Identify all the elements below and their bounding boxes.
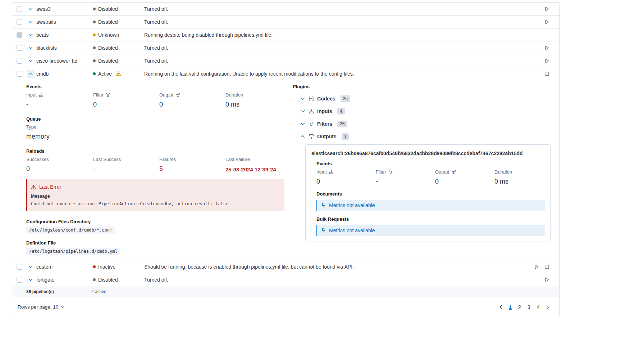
status-message: Running despite being disabled through p… — [144, 32, 550, 38]
health-dot — [93, 21, 96, 23]
last-success-label: Last Success — [93, 157, 159, 162]
events-section-title: Events — [26, 84, 284, 89]
last-failure-value: 25-03-2024 12:39:24 — [225, 166, 284, 172]
health-dot — [93, 265, 96, 268]
collapse-row-button[interactable] — [27, 70, 35, 78]
chevron-down-icon — [300, 96, 306, 102]
health-dot — [93, 8, 96, 10]
codecs-expand-button[interactable] — [300, 96, 306, 102]
expand-row-button[interactable] — [27, 57, 35, 65]
health-dot — [93, 278, 96, 281]
documents-metrics-callout: Metrics not available — [316, 200, 545, 211]
row-checkbox[interactable] — [17, 19, 22, 25]
row-checkbox[interactable] — [17, 277, 22, 283]
status-badge: Inactive — [93, 264, 144, 270]
output-plugin-id: elasticsearch:26b0e6a876caf00d546f26832d… — [311, 151, 545, 156]
chevron-left-icon — [498, 304, 504, 310]
chevron-down-icon — [28, 6, 33, 12]
status-label: Disabled — [98, 19, 118, 25]
chevron-right-icon — [545, 304, 551, 310]
chevron-down-icon — [300, 121, 306, 127]
chevron-down-icon — [28, 277, 33, 283]
filters-label: Filters — [317, 121, 332, 127]
row-checkbox[interactable] — [17, 71, 22, 77]
bulk-requests-metrics-callout: Metrics not available — [316, 225, 545, 236]
last-error-callout: Last Error Message Could not execute act… — [26, 179, 284, 211]
page-button-2[interactable]: 2 — [516, 303, 524, 311]
stop-pipeline-icon[interactable] — [544, 71, 550, 77]
table-summary-row: 39 pipeline(s) 2 active — [12, 286, 559, 297]
previous-page-button[interactable] — [497, 303, 505, 311]
start-pipeline-icon[interactable] — [544, 19, 550, 25]
pagination-controls: 1 2 3 4 — [497, 303, 552, 311]
filters-expand-button[interactable] — [300, 121, 306, 127]
pipeline-name: cmdb — [36, 71, 93, 77]
pipeline-name: beats — [36, 32, 93, 38]
status-badge: Disabled — [93, 6, 144, 12]
rows-per-page-button[interactable]: Rows per page: 10 — [18, 304, 65, 310]
status-label: Inactive — [98, 264, 115, 270]
table-row: awstrails Disabled Turned off. — [12, 15, 559, 28]
error-message-label: Message — [31, 194, 279, 199]
rows-after: custom Inactive Should be running, becau… — [12, 260, 559, 286]
chevron-up-icon — [28, 71, 33, 77]
table-row: cisco-firepower-ftd Disabled Turned off. — [12, 54, 559, 67]
start-pipeline-icon[interactable] — [544, 277, 550, 283]
page-button-4[interactable]: 4 — [534, 303, 542, 311]
codecs-count-badge: 25 — [341, 95, 350, 102]
es-filter-value: - — [376, 178, 435, 185]
expand-row-button[interactable] — [27, 5, 35, 13]
row-checkbox[interactable] — [17, 32, 22, 38]
error-message-text: Could not execute action: PipelineAction… — [31, 201, 279, 206]
last-success-value: - — [93, 165, 159, 173]
logstash-output-icon — [451, 169, 456, 175]
status-label: Disabled — [98, 58, 118, 64]
status-badge: Disabled — [93, 45, 144, 51]
alert-icon — [31, 184, 36, 190]
stop-pipeline-icon[interactable] — [544, 264, 550, 270]
row-checkbox[interactable] — [17, 6, 22, 12]
pagination-row: Rows per page: 10 1 2 3 4 — [12, 297, 559, 317]
start-pipeline-icon[interactable] — [544, 6, 550, 12]
expand-row-button[interactable] — [27, 263, 35, 271]
row-checkbox[interactable] — [17, 264, 22, 270]
input-metric-value: - — [26, 101, 93, 108]
duration-metric-label: Duration — [225, 92, 284, 98]
definition-file-title: Defintion File — [26, 240, 284, 246]
row-checkbox[interactable] — [17, 58, 22, 64]
page-button-1[interactable]: 1 — [506, 303, 514, 311]
plugin-group-filters: Filters 26 — [300, 117, 551, 130]
expand-row-button[interactable] — [27, 44, 35, 52]
logstash-filter-icon — [309, 121, 314, 127]
expand-row-button[interactable] — [27, 18, 35, 26]
plugins-section-title: Plugins — [293, 84, 551, 89]
es-input-label: Input — [316, 169, 376, 175]
outputs-collapse-button[interactable] — [300, 134, 306, 139]
table-row: fortigate Disabled Turned off. — [12, 273, 559, 286]
table-row: custom Inactive Should be running, becau… — [12, 260, 559, 273]
definition-file-path: /etc/logstash/pipelines.d/cmdb.yml — [26, 248, 120, 255]
page-button-3[interactable]: 3 — [525, 303, 533, 311]
next-page-button[interactable] — [544, 303, 552, 311]
start-pipeline-icon[interactable] — [534, 264, 539, 270]
pipeline-name: fortigate — [36, 277, 93, 283]
chevron-up-icon — [300, 134, 306, 139]
expand-row-button[interactable] — [27, 276, 35, 284]
outputs-label: Outputs — [317, 134, 337, 139]
logstash-input-icon — [38, 92, 44, 98]
pipeline-name: cisco-firepower-ftd — [36, 58, 93, 64]
inputs-count-badge: 4 — [337, 108, 345, 115]
bulk-callout-text: Metrics not available — [329, 228, 375, 233]
start-pipeline-icon[interactable] — [544, 45, 550, 51]
filter-metric-value: 0 — [93, 101, 159, 108]
status-message: Turned off. — [144, 277, 544, 283]
config-dir-path: /etc/logstash/conf.d/cmdb/*.conf — [26, 226, 115, 234]
start-pipeline-icon[interactable] — [544, 58, 550, 64]
inputs-expand-button[interactable] — [300, 108, 306, 114]
expand-row-button[interactable] — [27, 31, 35, 39]
row-checkbox[interactable] — [17, 45, 22, 51]
pipeline-count: 39 pipeline(s) — [26, 289, 91, 294]
documents-callout-text: Metrics not available — [329, 202, 375, 208]
table-row: beats Unknown Running despite being disa… — [12, 28, 559, 41]
rows-before: awss3 Disabled Turned off. awstrails Dis… — [12, 3, 559, 80]
